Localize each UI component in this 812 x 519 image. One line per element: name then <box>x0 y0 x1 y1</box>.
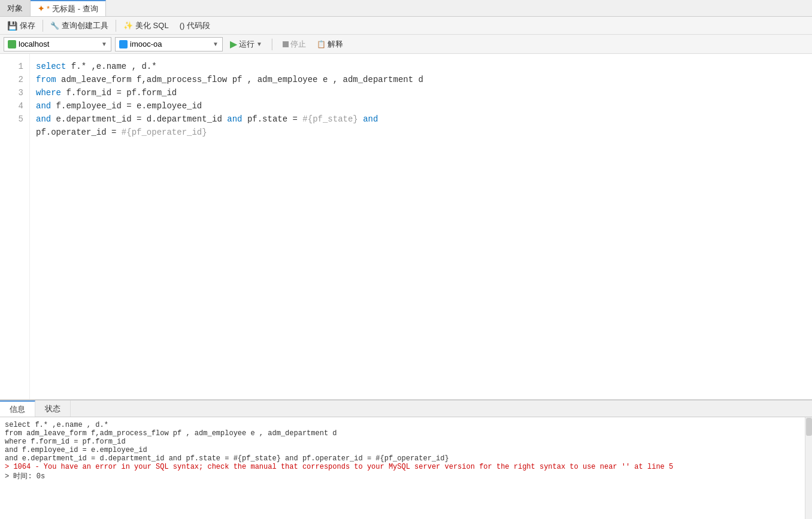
tab-query[interactable]: ✦ * 无标题 - 查询 <box>31 0 106 16</box>
database-arrow: ▼ <box>213 41 219 47</box>
query-tool-label: 查询创建工具 <box>62 20 108 31</box>
scrollbar-thumb[interactable] <box>806 418 812 436</box>
connection-label: localhost <box>19 40 49 48</box>
info-line-4: and f.employee_id = e.employee_id <box>5 446 807 454</box>
tab-info-label: 信息 <box>10 405 25 414</box>
info-line-7: > 时间: 0s <box>5 471 807 481</box>
stop-button[interactable]: 停止 <box>279 38 310 51</box>
beautify-icon: ✨ <box>123 21 133 30</box>
toolbar: 💾 保存 🔧 查询创建工具 ✨ 美化 SQL () 代码段 <box>0 17 812 35</box>
save-icon: 💾 <box>7 21 17 31</box>
beautify-button[interactable]: ✨ 美化 SQL <box>119 18 174 34</box>
bottom-tabs: 信息 状态 <box>0 400 812 417</box>
tab-status-label: 状态 <box>45 404 60 413</box>
run-button[interactable]: ▶ 运行 ▼ <box>226 37 266 51</box>
query-tool-button[interactable]: 🔧 查询创建工具 <box>46 18 113 34</box>
tab-query-dot: ✦ <box>38 4 44 13</box>
run-play-icon: ▶ <box>230 38 237 50</box>
run-dropdown-arrow: ▼ <box>256 41 262 47</box>
info-line-5: and e.department_id = d.department_id an… <box>5 454 807 463</box>
editor-wrapper: 1 2 3 4 5 select f.* ,e.name , d.* from … <box>0 54 812 399</box>
info-line-2: from adm_leave_form f,adm_process_flow p… <box>5 429 807 438</box>
tab-info[interactable]: 信息 <box>0 400 35 417</box>
tab-objects[interactable]: 对象 <box>0 0 31 16</box>
connection-select[interactable]: localhost ▼ <box>4 37 111 51</box>
scrollbar-right[interactable] <box>805 417 812 519</box>
main-layout: 1 2 3 4 5 select f.* ,e.name , d.* from … <box>0 54 812 399</box>
save-label: 保存 <box>20 20 35 31</box>
line-numbers: 1 2 3 4 5 <box>0 54 30 399</box>
snippet-label: () 代码段 <box>180 20 210 31</box>
explain-button[interactable]: 📋 解释 <box>313 38 347 51</box>
snippet-button[interactable]: () 代码段 <box>175 18 215 34</box>
tab-bar: 对象 ✦ * 无标题 - 查询 <box>0 0 812 17</box>
line-num-1: 1 <box>0 60 29 73</box>
line-num-5: 5 <box>0 113 29 126</box>
explain-label: 解释 <box>328 39 343 50</box>
bottom-content: select f.* ,e.name , d.* from adm_leave_… <box>0 417 812 519</box>
tab-objects-label: 对象 <box>7 3 23 14</box>
run-label: 运行 <box>239 39 254 50</box>
tab-status[interactable]: 状态 <box>35 400 71 417</box>
info-line-1: select f.* ,e.name , d.* <box>5 421 807 429</box>
info-line-3: where f.form_id = pf.form_id <box>5 438 807 446</box>
code-editor[interactable]: select f.* ,e.name , d.* from adm_leave_… <box>30 54 812 399</box>
connection-arrow: ▼ <box>101 41 107 47</box>
connection-bar: localhost ▼ imooc-oa ▼ ▶ 运行 ▼ │ 停止 📋 解释 <box>0 35 812 54</box>
database-icon <box>119 40 128 48</box>
tab-query-star: * <box>47 4 50 13</box>
toolbar-separator-2 <box>116 20 116 32</box>
tab-query-label: 无标题 - 查询 <box>52 4 98 14</box>
line-num-3: 3 <box>0 86 29 99</box>
beautify-label: 美化 SQL <box>135 20 169 31</box>
connection-icon <box>8 40 16 48</box>
line-num-2: 2 <box>0 73 29 86</box>
database-label: imooc-oa <box>130 40 162 48</box>
save-button[interactable]: 💾 保存 <box>2 18 40 34</box>
explain-icon: 📋 <box>317 40 326 48</box>
stop-icon <box>283 41 289 47</box>
toolbar-separator-1 <box>43 20 43 32</box>
bottom-panel: 信息 状态 select f.* ,e.name , d.* from adm_… <box>0 399 812 519</box>
stop-label: 停止 <box>290 39 306 50</box>
line-num-4: 4 <box>0 99 29 113</box>
conn-bar-sep: │ <box>269 39 275 50</box>
info-line-6: > 1064 - You have an error in your SQL s… <box>5 463 807 471</box>
database-select[interactable]: imooc-oa ▼ <box>115 37 223 51</box>
query-tool-icon: 🔧 <box>50 22 59 30</box>
